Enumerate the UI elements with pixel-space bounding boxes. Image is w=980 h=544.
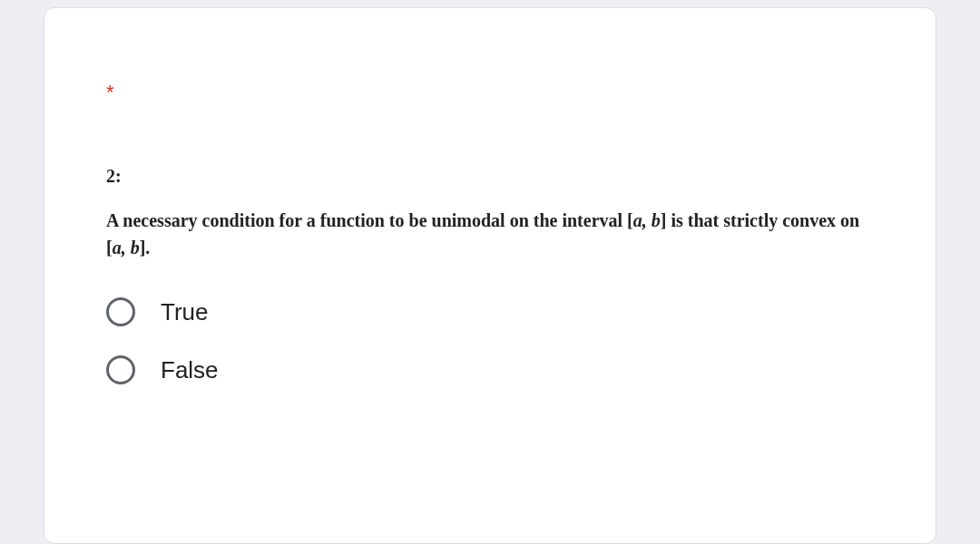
question-number: 2:	[106, 166, 899, 187]
radio-icon	[106, 355, 135, 384]
required-marker: *	[106, 81, 899, 104]
interval-2: [a, b]	[106, 238, 145, 257]
interval-1: [a, b]	[627, 210, 666, 230]
option-false-label: False	[161, 356, 219, 384]
question-text-part1: A necessary condition for a function to …	[106, 210, 627, 230]
options-group: True False	[106, 297, 899, 384]
interval-2-open: [	[106, 238, 113, 257]
interval-1-vars: a, b	[633, 210, 661, 230]
interval-1-open: [	[627, 210, 633, 230]
question-text-part3: .	[145, 238, 150, 257]
radio-icon	[106, 297, 135, 326]
option-true-label: True	[161, 298, 209, 326]
question-card: * 2: A necessary condition for a functio…	[44, 7, 936, 544]
question-text: A necessary condition for a function to …	[106, 207, 874, 261]
option-false[interactable]: False	[106, 355, 899, 384]
interval-2-vars: a, b	[113, 238, 140, 257]
question-text-part2: is that strictly convex on	[666, 210, 859, 230]
option-true[interactable]: True	[106, 297, 899, 326]
